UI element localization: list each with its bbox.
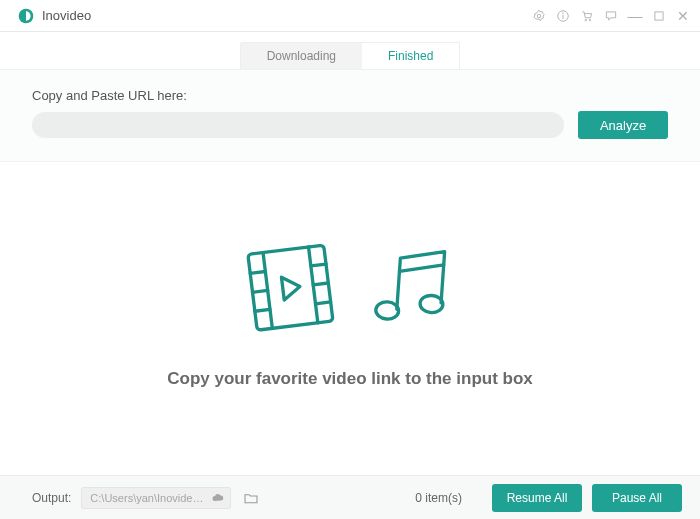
- output-path-text: C:\Users\yan\Inovideo\D...: [90, 492, 208, 504]
- info-icon[interactable]: [556, 9, 570, 23]
- titlebar: Inovideo — ✕: [0, 0, 700, 32]
- tabs-container: Downloading Finished: [0, 32, 700, 70]
- svg-point-1: [537, 14, 541, 18]
- svg-point-19: [419, 294, 443, 313]
- svg-point-5: [585, 19, 587, 21]
- svg-rect-7: [655, 11, 663, 19]
- app-logo-icon: [18, 8, 34, 24]
- url-input-label: Copy and Paste URL here:: [32, 88, 668, 103]
- tab-downloading[interactable]: Downloading: [241, 43, 362, 69]
- cart-icon[interactable]: [580, 9, 594, 23]
- feedback-icon[interactable]: [604, 9, 618, 23]
- svg-line-16: [316, 301, 331, 303]
- settings-icon[interactable]: [532, 9, 546, 23]
- main-empty-state: Copy your favorite video link to the inp…: [0, 162, 700, 462]
- close-icon[interactable]: ✕: [676, 9, 690, 23]
- app-name: Inovideo: [42, 8, 91, 23]
- maximize-icon[interactable]: [652, 9, 666, 23]
- open-folder-icon[interactable]: [243, 490, 259, 506]
- music-icon: [366, 236, 461, 341]
- url-input[interactable]: [32, 112, 564, 138]
- pause-all-button[interactable]: Pause All: [592, 484, 682, 512]
- svg-point-4: [563, 12, 564, 13]
- svg-line-14: [311, 264, 326, 266]
- svg-line-17: [399, 261, 443, 274]
- empty-state-hint: Copy your favorite video link to the inp…: [167, 369, 533, 389]
- svg-point-6: [589, 19, 591, 21]
- cloud-icon: [212, 492, 224, 504]
- output-label: Output:: [32, 491, 71, 505]
- svg-line-13: [255, 309, 270, 311]
- titlebar-icons: — ✕: [532, 9, 690, 23]
- svg-line-15: [313, 283, 328, 285]
- resume-all-button[interactable]: Resume All: [492, 484, 582, 512]
- svg-line-12: [253, 290, 268, 292]
- item-count: 0 item(s): [415, 491, 462, 505]
- tab-finished[interactable]: Finished: [362, 43, 459, 69]
- svg-line-11: [250, 271, 265, 273]
- svg-point-18: [375, 301, 399, 320]
- output-path-selector[interactable]: C:\Users\yan\Inovideo\D...: [81, 487, 231, 509]
- minimize-icon[interactable]: —: [628, 9, 642, 23]
- empty-illustration: [239, 236, 461, 341]
- footer-bar: Output: C:\Users\yan\Inovideo\D... 0 ite…: [0, 475, 700, 519]
- analyze-button[interactable]: Analyze: [578, 111, 668, 139]
- svg-rect-8: [248, 245, 333, 330]
- url-panel: Copy and Paste URL here: Analyze: [0, 70, 700, 162]
- video-icon: [239, 236, 344, 341]
